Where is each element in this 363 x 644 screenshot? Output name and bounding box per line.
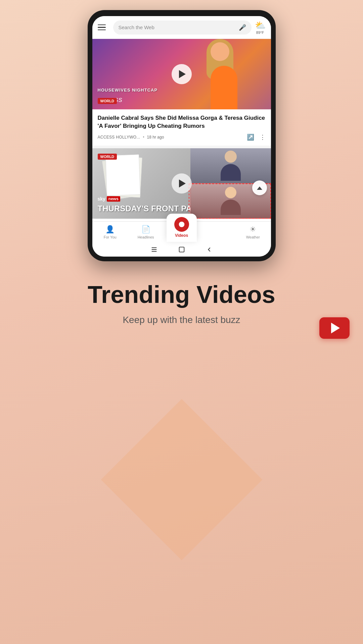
play-button-1[interactable]	[172, 64, 192, 84]
trending-title: Trending Videos	[88, 281, 275, 308]
hamburger-line-3	[98, 30, 106, 31]
play-triangle-1	[179, 70, 186, 78]
show-name-overlay: HOUSEWIVES NIGHTCAP	[98, 88, 158, 93]
svg-rect-5	[179, 247, 184, 252]
news-time-1: 18 hr ago	[147, 135, 164, 140]
share-icon-1[interactable]: ↗️	[247, 133, 254, 141]
news-dot-1: •	[143, 135, 144, 140]
sky-person-1	[190, 148, 271, 183]
weather-nav-icon: ☀	[249, 225, 256, 234]
sky-body-2	[221, 200, 241, 215]
thumbnail-brand: access	[98, 95, 266, 104]
bottom-navigation: 👤 For You 📄 Headlines 🔖 Following	[92, 221, 271, 242]
weather-widget[interactable]: ⛅ 89°F	[255, 20, 266, 35]
world-badge-2: World	[98, 154, 117, 160]
trending-subtitle: Keep up with the latest buzz	[123, 315, 240, 325]
news-card-1: access HOUSEWIVES NIGHTCAP World Daniell…	[92, 39, 271, 146]
play-triangle-2	[179, 179, 186, 187]
for-you-icon: 👤	[105, 225, 115, 234]
weather-cloud-icon: ⛅	[255, 20, 266, 31]
android-home-button[interactable]	[178, 246, 185, 253]
world-badge-1: World	[98, 98, 117, 104]
for-you-label: For You	[104, 235, 117, 239]
hamburger-line-2	[98, 27, 106, 28]
youtube-play-triangle	[331, 323, 340, 333]
chevron-up-icon	[257, 186, 262, 190]
nav-item-headlines[interactable]: 📄 Headlines	[128, 222, 164, 242]
news-card-2: sky news THURSDAY'S FRONT PAGES	[92, 148, 271, 219]
news-source-1: ACCESS HOLLYWO...	[98, 135, 140, 140]
top-bar: Search the Web 🎤 ⛅ 89°F	[92, 16, 271, 39]
person-thumb-top	[190, 148, 271, 183]
videos-popup-icon	[174, 217, 189, 232]
play-button-2[interactable]	[172, 173, 192, 194]
headlines-icon: 📄	[141, 225, 150, 234]
menu-button[interactable]	[98, 21, 110, 34]
news-title-1: Danielle Cabral Says She Did Melissa Gor…	[98, 114, 266, 130]
microphone-icon[interactable]: 🎤	[239, 24, 246, 31]
background-diamond	[101, 399, 262, 560]
news-card-body-1: Danielle Cabral Says She Did Melissa Gor…	[92, 109, 271, 146]
weather-temperature: 89°F	[256, 31, 264, 35]
videos-popup[interactable]: Videos	[167, 214, 197, 242]
content-area: access HOUSEWIVES NIGHTCAP World Daniell…	[92, 39, 271, 219]
news-meta-1: ACCESS HOLLYWO... • 18 hr ago ↗️ ⋮	[98, 133, 266, 141]
more-options-icon-1[interactable]: ⋮	[260, 133, 266, 141]
android-recent-button[interactable]	[150, 246, 158, 253]
woman-head	[211, 42, 229, 61]
news-thumbnail-2[interactable]: sky news THURSDAY'S FRONT PAGES	[92, 148, 271, 219]
news-thumbnail-1[interactable]: access HOUSEWIVES NIGHTCAP World	[92, 39, 271, 109]
nav-item-for-you[interactable]: 👤 For You	[92, 222, 128, 242]
youtube-play-button[interactable]	[319, 317, 350, 339]
weather-nav-label: Weather	[246, 235, 260, 239]
hamburger-line-1	[98, 24, 106, 25]
headlines-label: Headlines	[138, 235, 154, 239]
search-bar[interactable]: Search the Web 🎤	[113, 20, 252, 35]
search-placeholder: Search the Web	[119, 24, 236, 30]
news-actions-1: ↗️ ⋮	[247, 133, 266, 141]
sky-body-1	[221, 164, 241, 181]
android-back-button[interactable]	[206, 246, 213, 253]
phone-screen: Search the Web 🎤 ⛅ 89°F	[92, 16, 271, 257]
nav-item-weather[interactable]: ☀ Weather	[235, 222, 271, 242]
sky-head-2	[225, 187, 236, 198]
scroll-to-top-button[interactable]	[252, 180, 267, 195]
android-navigation-bar	[92, 242, 271, 257]
trending-section: Trending Videos Keep up with the latest …	[0, 261, 363, 352]
sky-text: sky	[98, 196, 105, 202]
phone-frame: Search the Web 🎤 ⛅ 89°F	[88, 10, 276, 261]
thumbnail-text-overlay-1: access	[92, 90, 271, 109]
sky-head-1	[225, 151, 237, 163]
news-badge-red: news	[107, 196, 120, 202]
videos-popup-label: Videos	[175, 233, 188, 238]
